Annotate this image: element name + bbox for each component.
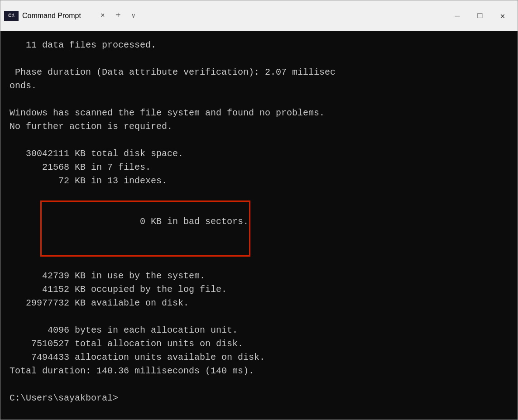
terminal-line [10,310,508,324]
bad-sectors-text: 0 KB in bad sectors. [86,215,249,229]
close-button[interactable]: ✕ [491,0,514,31]
tab-area: × + ∨ [94,8,140,24]
terminal-line: 72 KB in 13 indexes. [10,174,508,188]
terminal-line: Phase duration (Data attribute verificat… [10,66,508,79]
terminal-line [10,378,508,391]
terminal-highlighted-line: 0 KB in bad sectors. [10,188,508,269]
add-tab-button[interactable]: + [110,8,126,24]
tab-chevron-button[interactable]: ∨ [127,10,140,22]
terminal-line: Windows has scanned the file system and … [10,106,508,120]
terminal-line: 30042111 KB total disk space. [10,147,508,161]
terminal-line [10,134,508,147]
close-tab-button[interactable]: × [96,10,109,22]
terminal-line: 41152 KB occupied by the log file. [10,283,508,296]
window-title: Command Prompt [22,12,81,20]
terminal-line: 7494433 allocation units available on di… [10,351,508,364]
terminal-line [10,93,508,106]
terminal-line: 21568 KB in 7 files. [10,161,508,174]
terminal-line: 11 data files processed. [10,38,508,52]
terminal-line: No further action is required. [10,120,508,134]
window: C:\ Command Prompt × + ∨ — □ ✕ 11 data f… [0,0,518,420]
terminal-line [10,52,508,66]
terminal-line: 42739 KB in use by the system. [10,269,508,283]
minimize-button[interactable]: — [446,0,469,31]
title-bar-left: C:\ Command Prompt × + ∨ [4,8,446,24]
terminal-line: onds. [10,79,508,93]
title-bar: C:\ Command Prompt × + ∨ — □ ✕ [0,0,518,31]
title-bar-right: — □ ✕ [446,0,514,31]
terminal-prompt: C:\Users\sayakboral> [10,391,508,405]
cmd-icon-text: C:\ [8,14,14,18]
cmd-icon: C:\ [4,11,19,21]
maximize-button[interactable]: □ [469,0,491,31]
highlight-box [40,200,250,257]
terminal-line: 4096 bytes in each allocation unit. [10,324,508,337]
terminal-line: 29977732 KB available on disk. [10,296,508,310]
terminal-line: Total duration: 140.36 milliseconds (140… [10,364,508,378]
terminal[interactable]: 11 data files processed. Phase duration … [0,31,518,420]
terminal-line: 7510527 total allocation units on disk. [10,337,508,351]
